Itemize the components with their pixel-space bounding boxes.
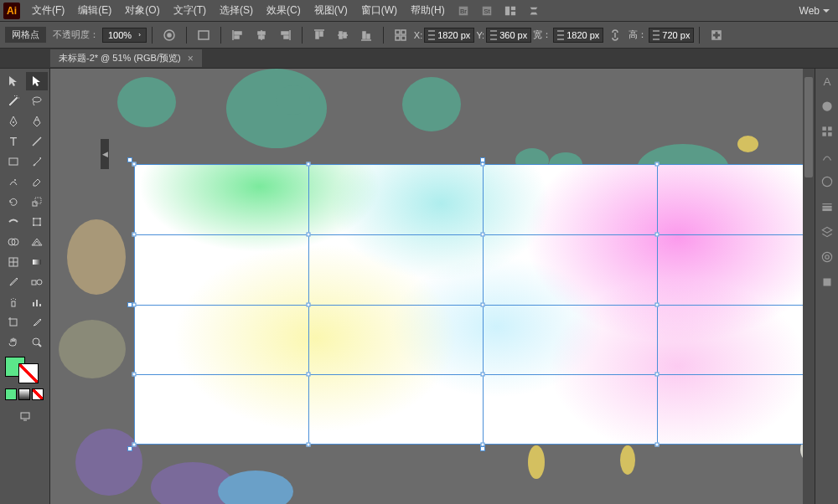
vertical-scrollbar[interactable] [803,69,815,504]
selection-tool[interactable] [3,72,24,90]
opacity-input[interactable]: 100%› [102,28,147,43]
menu-file[interactable]: 文件(F) [25,3,71,18]
menu-select[interactable]: 选择(S) [213,3,260,18]
stroke-panel-icon[interactable] [820,199,835,214]
link-wh-icon[interactable] [605,25,625,45]
svg-rect-29 [401,30,406,34]
mesh-tool[interactable] [3,253,24,271]
align-bottom-icon[interactable] [356,25,376,45]
h-input[interactable]: 720 px [649,28,694,43]
svg-line-40 [33,137,41,146]
w-input[interactable]: 1820 px [553,28,603,43]
lasso-tool[interactable] [26,92,48,111]
align-right-icon[interactable] [275,25,295,45]
symbol-sprayer-tool[interactable] [3,293,24,311]
properties-panel-icon[interactable]: A [820,74,835,89]
svg-rect-30 [396,36,400,40]
pen-tool[interactable] [3,112,24,131]
gradient-tool[interactable] [26,253,48,271]
blend-tool[interactable] [26,273,48,291]
menu-window[interactable]: 窗口(W) [354,3,404,18]
align-left-icon[interactable] [228,25,248,45]
canvas[interactable]: ◀ [50,69,815,504]
color-mode-icon[interactable] [5,388,17,400]
align-hcenter-icon[interactable] [251,25,272,45]
brushes-panel-icon[interactable] [820,149,835,164]
svg-point-70 [822,101,831,111]
screen-mode-icon[interactable] [14,407,36,425]
direct-selection-tool[interactable] [26,72,48,90]
close-icon[interactable]: × [188,53,194,64]
workspace-switcher[interactable]: Web [794,5,835,17]
svg-text:T: T [9,135,17,148]
type-tool[interactable]: T [3,132,24,151]
splat-decoration [528,445,545,479]
svg-rect-24 [344,33,346,38]
gradient-mode-icon[interactable] [18,388,30,400]
menu-effect[interactable]: 效果(C) [260,3,308,18]
column-graph-tool[interactable] [26,293,48,311]
arrange-docs-icon[interactable] [500,3,520,19]
svg-rect-20 [316,32,318,39]
menu-view[interactable]: 视图(V) [308,3,354,18]
bridge-icon[interactable]: Br [453,3,473,19]
artboard-tool[interactable] [3,313,24,332]
eraser-tool[interactable] [26,172,48,191]
recolor-icon[interactable] [159,25,179,45]
menu-edit[interactable]: 编辑(E) [71,3,118,18]
shaper-tool[interactable] [3,172,24,191]
shape-options-icon[interactable] [706,25,727,45]
svg-point-42 [14,179,16,181]
symbols-panel-icon[interactable] [820,174,835,189]
align-to-icon[interactable] [194,25,214,45]
mesh-object[interactable] [134,164,815,445]
splat-decoration [737,136,758,152]
svg-text:A: A [823,75,830,88]
scale-tool[interactable] [26,193,48,211]
svg-rect-15 [259,36,264,39]
menu-type[interactable]: 文字(T) [167,3,213,18]
appearance-panel-icon[interactable] [820,249,835,265]
align-vcenter-icon[interactable] [333,25,353,45]
swatches-panel-icon[interactable] [820,124,835,139]
rectangle-tool[interactable] [3,152,24,171]
svg-rect-61 [39,304,41,306]
splat-decoration [402,77,461,131]
align-top-icon[interactable] [309,25,329,45]
document-tab-title: 未标题-2* @ 51% (RGB/预览) [59,52,181,64]
perspective-grid-tool[interactable] [26,233,48,251]
splat-decoration [218,471,293,504]
transform-icon[interactable] [391,25,411,45]
svg-rect-71 [822,126,826,131]
document-tab[interactable]: 未标题-2* @ 51% (RGB/预览) × [50,49,202,67]
hand-tool[interactable] [3,333,24,352]
magic-wand-tool[interactable] [3,92,24,111]
stroke-swatch[interactable] [18,363,39,383]
width-tool[interactable] [3,213,24,231]
layers-panel-icon[interactable] [820,224,835,239]
scrollbar-thumb[interactable] [804,77,813,177]
line-tool[interactable] [26,132,48,151]
slice-tool[interactable] [26,313,48,332]
paintbrush-tool[interactable] [26,152,48,171]
graphic-styles-panel-icon[interactable] [820,275,835,290]
shape-builder-tool[interactable] [3,233,24,251]
svg-rect-59 [33,302,34,306]
rotate-tool[interactable] [3,193,24,211]
menu-object[interactable]: 对象(O) [118,3,166,18]
svg-rect-81 [823,279,830,286]
gpu-icon[interactable] [524,3,544,19]
x-input[interactable]: 1820 px [424,28,474,43]
menu-help[interactable]: 帮助(H) [404,3,452,18]
eyedropper-tool[interactable] [3,273,24,291]
color-panel-icon[interactable] [820,99,835,114]
free-transform-tool[interactable] [26,213,48,231]
none-mode-icon[interactable] [32,388,44,400]
curvature-tool[interactable] [26,112,48,131]
fill-stroke-swatches[interactable] [2,353,48,387]
svg-rect-72 [828,126,832,131]
y-input[interactable]: 360 px [486,28,531,43]
stock-icon[interactable]: St [477,3,497,19]
zoom-tool[interactable] [26,333,48,352]
svg-rect-73 [822,132,826,136]
